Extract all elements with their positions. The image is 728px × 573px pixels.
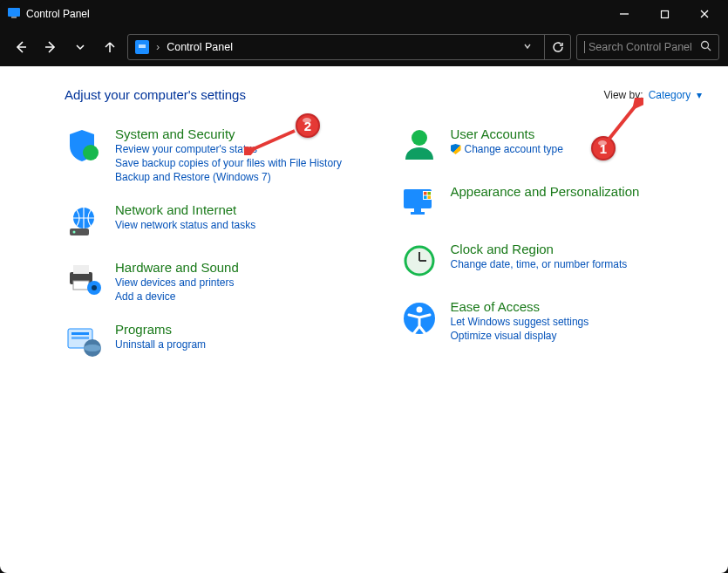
category-hardware-sound: Hardware and Sound View devices and prin…: [65, 260, 367, 303]
svg-rect-33: [424, 196, 427, 200]
link-file-history[interactable]: Save backup copies of your files with Fi…: [115, 157, 342, 169]
category-title[interactable]: Programs: [115, 322, 206, 337]
link-change-datetime[interactable]: Change date, time, or number formats: [451, 258, 628, 270]
svg-rect-23: [71, 337, 89, 339]
annotation-badge-2: 2: [296, 113, 320, 138]
svg-rect-14: [70, 229, 89, 235]
svg-point-39: [416, 307, 422, 313]
svg-point-25: [84, 344, 101, 351]
forward-button[interactable]: [38, 35, 63, 59]
back-button[interactable]: [9, 35, 33, 59]
minimize-button[interactable]: [604, 0, 644, 28]
category-appearance: Appearance and Personalization: [400, 184, 703, 222]
link-optimize-display[interactable]: Optimize visual display: [451, 330, 589, 342]
page-title: Adjust your computer's settings: [65, 87, 246, 102]
link-devices-printers[interactable]: View devices and printers: [115, 276, 239, 289]
refresh-button[interactable]: [544, 35, 570, 59]
svg-rect-32: [427, 192, 431, 195]
window-title: Control Panel: [26, 8, 90, 20]
svg-rect-0: [8, 8, 20, 17]
category-title[interactable]: Hardware and Sound: [115, 260, 239, 275]
monitor-icon: [400, 184, 439, 222]
category-title[interactable]: Clock and Region: [451, 242, 628, 256]
svg-rect-28: [414, 208, 421, 212]
maximize-button[interactable]: [644, 0, 684, 28]
svg-point-20: [92, 285, 97, 290]
right-column: User Accounts Change account type Appear…: [400, 126, 703, 360]
search-input[interactable]: Search Control Panel: [576, 34, 719, 60]
category-user-accounts: User Accounts Change account type: [400, 126, 703, 165]
annotation-badge-1: 1: [591, 136, 616, 160]
search-icon: [700, 40, 711, 54]
category-title[interactable]: Appearance and Personalization: [451, 184, 640, 199]
category-programs: Programs Uninstall a program: [65, 322, 367, 360]
accessibility-icon: [400, 299, 439, 338]
close-button[interactable]: [684, 0, 725, 28]
view-by-dropdown[interactable]: Category ▾: [649, 89, 702, 101]
left-column: System and Security Review your computer…: [65, 126, 367, 360]
shield-icon: [65, 126, 103, 165]
svg-rect-34: [427, 196, 431, 200]
control-panel-icon: [135, 40, 149, 54]
svg-rect-18: [73, 281, 89, 290]
svg-rect-1: [11, 17, 17, 18]
address-bar[interactable]: › Control Panel: [127, 34, 571, 60]
recent-dropdown[interactable]: [68, 35, 92, 59]
svg-rect-29: [411, 212, 425, 215]
svg-point-15: [73, 231, 76, 234]
link-uninstall[interactable]: Uninstall a program: [115, 338, 206, 351]
svg-rect-3: [661, 10, 668, 17]
content-area: Adjust your computer's settings View by:…: [0, 66, 728, 573]
category-system-security: System and Security Review your computer…: [65, 126, 367, 183]
svg-rect-31: [424, 192, 427, 195]
svg-rect-22: [71, 332, 89, 335]
programs-icon: [65, 322, 103, 360]
view-by: View by: Category ▾: [603, 89, 702, 101]
svg-point-10: [702, 42, 709, 49]
svg-rect-17: [73, 265, 89, 274]
up-button[interactable]: [98, 35, 122, 59]
view-by-label: View by:: [603, 89, 643, 101]
svg-point-26: [412, 130, 427, 146]
link-review-status[interactable]: Review your computer's status: [115, 143, 342, 155]
clock-icon: [400, 242, 439, 280]
category-ease-of-access: Ease of Access Let Windows suggest setti…: [400, 299, 703, 342]
category-title[interactable]: Ease of Access: [451, 299, 589, 314]
titlebar: Control Panel: [0, 0, 728, 28]
link-suggest-settings[interactable]: Let Windows suggest settings: [451, 316, 589, 328]
category-network-internet: Network and Internet View network status…: [65, 202, 367, 241]
svg-line-11: [708, 48, 711, 51]
nav-row: › Control Panel Search Control Panel: [0, 28, 728, 66]
link-change-account-type[interactable]: Change account type: [451, 143, 563, 155]
printer-icon: [65, 260, 103, 298]
address-dropdown[interactable]: [523, 41, 532, 53]
category-title[interactable]: User Accounts: [451, 126, 563, 141]
search-placeholder: Search Control Panel: [584, 41, 700, 53]
link-add-device[interactable]: Add a device: [115, 290, 239, 303]
breadcrumb-root[interactable]: Control Panel: [167, 41, 516, 53]
category-clock-region: Clock and Region Change date, time, or n…: [400, 242, 703, 280]
link-backup-restore[interactable]: Backup and Restore (Windows 7): [115, 171, 342, 183]
svg-point-12: [83, 145, 99, 160]
svg-rect-9: [139, 44, 146, 48]
globe-icon: [65, 202, 103, 241]
user-icon: [400, 126, 439, 165]
chevron-right-icon: ›: [156, 41, 160, 53]
link-network-status[interactable]: View network status and tasks: [115, 219, 255, 231]
category-title[interactable]: Network and Internet: [115, 202, 255, 217]
app-icon: [7, 7, 21, 21]
